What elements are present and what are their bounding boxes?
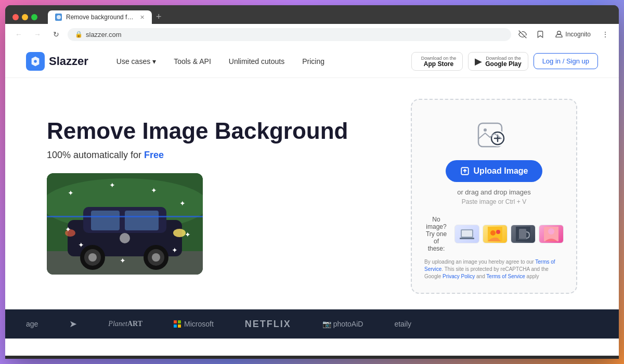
app-store-button[interactable]: Download on the App Store xyxy=(411,52,463,71)
nav-links: Use cases ▾ Tools & API Unlimited cutout… xyxy=(109,54,411,69)
upload-image-button[interactable]: Upload Image xyxy=(446,160,543,182)
sparkle-8: ✦ xyxy=(172,246,178,254)
sparkle-4: ✦ xyxy=(179,199,186,207)
close-button[interactable] xyxy=(12,14,19,20)
hero-title: Remove Image Background xyxy=(47,118,380,145)
sparkle-5: ✦ xyxy=(65,225,71,233)
back-button[interactable]: ← xyxy=(11,27,26,42)
nav-right: Download on the App Store ▶ Download on … xyxy=(411,52,598,71)
bookmark-icon[interactable] xyxy=(533,27,548,42)
site-nav: Slazzer Use cases ▾ Tools & API Unlimite… xyxy=(5,45,619,78)
car-background: ✦ ✦ ✦ ✦ ✦ ✦ ✦ ✦ ✦ xyxy=(47,173,203,275)
privacy-policy-link[interactable]: Privacy Policy xyxy=(443,274,475,279)
logo[interactable]: Slazzer xyxy=(26,52,88,71)
sparkle-3: ✦ xyxy=(151,186,157,194)
svg-point-18 xyxy=(173,229,186,237)
sample-thumb-coffee[interactable] xyxy=(511,225,536,243)
eye-off-icon[interactable] xyxy=(515,27,530,42)
upload-icon-area xyxy=(424,115,564,152)
footer-photoaid: 📷 photoAiD xyxy=(322,320,363,328)
new-tab-button[interactable]: + xyxy=(152,11,166,22)
svg-point-0 xyxy=(57,15,61,19)
minimize-button[interactable] xyxy=(22,14,28,20)
sparkle-6: ✦ xyxy=(185,230,191,239)
hero-right: Upload Image or drag and drop images Pas… xyxy=(411,99,577,294)
tab-close-icon[interactable]: ✕ xyxy=(140,14,145,21)
svg-point-16 xyxy=(152,253,160,262)
svg-point-39 xyxy=(548,228,554,235)
sample-thumb-person[interactable] xyxy=(539,225,564,243)
camera-icon: 📷 xyxy=(322,320,331,328)
maximize-button[interactable] xyxy=(31,14,37,20)
footer-planet-art: PlanetART xyxy=(108,320,142,328)
svg-point-34 xyxy=(496,230,500,234)
app-store-label: Download on the App Store xyxy=(421,56,457,67)
incognito-label: Incognito xyxy=(565,31,591,38)
svg-rect-10 xyxy=(125,211,159,230)
svg-point-3 xyxy=(34,60,37,63)
svg-point-17 xyxy=(120,233,130,243)
traffic-lights xyxy=(12,14,37,20)
google-play-label: Download on the Google Play xyxy=(485,56,521,67)
browser-window: Remove background from im... ✕ + ← → ↻ 🔒… xyxy=(5,5,619,359)
svg-rect-37 xyxy=(518,239,527,240)
svg-rect-9 xyxy=(91,211,120,230)
browser-titlebar: Remove background from im... ✕ + xyxy=(5,5,619,24)
upload-placeholder-icon xyxy=(476,115,512,152)
tab-title: Remove background from im... xyxy=(66,14,134,21)
microsoft-logo-icon xyxy=(174,320,181,328)
terms-of-service-link-2[interactable]: Terms of Service xyxy=(486,274,525,279)
svg-point-13 xyxy=(88,253,97,262)
footer-netflix: NETFLIX xyxy=(245,319,291,330)
svg-rect-20 xyxy=(47,216,203,217)
sample-thumb-people[interactable] xyxy=(483,225,508,243)
tab-favicon xyxy=(55,14,62,21)
footer-etaily: etaily xyxy=(394,320,411,328)
lock-icon: 🔒 xyxy=(75,31,83,38)
menu-icon[interactable]: ⋮ xyxy=(598,27,613,42)
browser-toolbar: ← → ↻ 🔒 slazzer.com xyxy=(5,24,619,45)
tab-bar: Remove background from im... ✕ + xyxy=(48,10,575,24)
hero-subtitle: 100% automatically for Free xyxy=(47,150,380,161)
website-content: Slazzer Use cases ▾ Tools & API Unlimite… xyxy=(5,45,619,356)
footer-brands-bar: age ➤ PlanetART Microsoft NETFLIX 📷 xyxy=(5,309,619,339)
upload-btn-icon xyxy=(460,166,470,176)
sparkle-2: ✦ xyxy=(109,181,115,189)
google-play-button[interactable]: ▶ Download on the Google Play xyxy=(468,52,528,71)
sparkle-1: ✦ xyxy=(68,189,74,197)
url-text: slazzer.com xyxy=(86,31,122,38)
sample-thumbnails xyxy=(454,225,564,243)
logo-icon xyxy=(26,52,45,71)
active-tab[interactable]: Remove background from im... ✕ xyxy=(48,10,152,24)
address-bar[interactable]: 🔒 slazzer.com xyxy=(68,28,511,41)
nav-use-cases[interactable]: Use cases ▾ xyxy=(109,54,163,69)
arrow-icon: ➤ xyxy=(69,318,77,330)
nav-tools-api[interactable]: Tools & API xyxy=(166,54,218,69)
login-button[interactable]: Log in / Sign up xyxy=(534,53,598,69)
drag-drop-text: or drag and drop images xyxy=(424,188,564,196)
sample-images-section: No image? Try one of these: xyxy=(424,216,564,252)
legal-text: By uploading an image you hereby agree t… xyxy=(424,258,564,280)
sample-images-label: No image? Try one of these: xyxy=(424,216,448,252)
footer-microsoft: Microsoft xyxy=(174,320,214,328)
google-play-icon: ▶ xyxy=(475,56,482,67)
sparkle-7: ✦ xyxy=(78,241,84,249)
footer-arrow-brand: ➤ xyxy=(69,318,77,330)
upload-box: Upload Image or drag and drop images Pas… xyxy=(411,99,577,294)
logo-text: Slazzer xyxy=(49,55,88,68)
sparkle-9: ✦ xyxy=(120,256,126,265)
chevron-down-icon: ▾ xyxy=(152,57,156,66)
svg-rect-30 xyxy=(462,230,472,237)
forward-button[interactable]: → xyxy=(30,27,45,42)
svg-rect-31 xyxy=(460,238,474,239)
hero-section: Remove Image Background 100% automatical… xyxy=(5,78,619,309)
refresh-button[interactable]: ↻ xyxy=(49,27,63,42)
svg-point-33 xyxy=(490,230,496,236)
svg-point-26 xyxy=(484,128,487,132)
incognito-button[interactable]: Incognito xyxy=(551,28,595,41)
sample-thumb-laptop[interactable] xyxy=(454,225,479,243)
footer-brand-partial: age xyxy=(26,320,38,328)
hero-demo-image: ✦ ✦ ✦ ✦ ✦ ✦ ✦ ✦ ✦ xyxy=(47,173,203,275)
nav-pricing[interactable]: Pricing xyxy=(295,54,332,69)
nav-unlimited-cutouts[interactable]: Unlimited cutouts xyxy=(222,54,292,69)
